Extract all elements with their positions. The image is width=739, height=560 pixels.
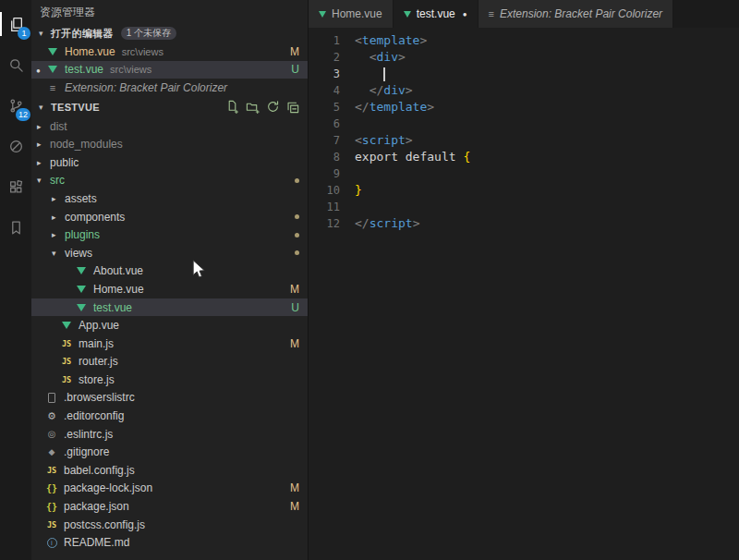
tree-item-components[interactable]: ▸components <box>31 208 308 226</box>
tree-item-node_modules[interactable]: ▸node_modules <box>31 135 308 153</box>
tree-item-.browserslistrc[interactable]: .browserslistrc <box>31 389 308 408</box>
tree-item-views[interactable]: ▾views <box>31 244 308 262</box>
code-line[interactable]: 2 <div> <box>309 49 739 66</box>
tree-item-assets[interactable]: ▸assets <box>31 189 308 208</box>
dirty-dot-icon[interactable]: ● <box>463 10 467 18</box>
tab-test.vue[interactable]: test.vue● <box>394 0 479 28</box>
code-line[interactable]: 10} <box>309 182 739 199</box>
js-file-icon: JS <box>44 464 59 477</box>
activity-item-bookmarks[interactable] <box>0 207 31 248</box>
line-number: 4 <box>309 82 340 99</box>
tree-item-label: src <box>50 174 65 187</box>
info-icon: i <box>44 536 59 549</box>
tree-item-public[interactable]: ▸public <box>31 153 308 172</box>
line-number: 3 <box>309 66 340 82</box>
git-status: M <box>290 337 299 350</box>
code-text: </template> <box>340 99 434 116</box>
activity-item-source-control[interactable]: 12 <box>0 85 31 126</box>
tree-item-.editorconfig[interactable]: ⚙.editorconfig <box>31 407 308 425</box>
tree-item-test.vue[interactable]: test.vueU <box>31 298 308 317</box>
activity-item-extensions[interactable] <box>0 166 31 207</box>
tree-item-package-lock.json[interactable]: {}package-lock.jsonM <box>31 480 308 498</box>
code-text: <div> <box>340 49 406 66</box>
code-text: export default { <box>340 149 470 165</box>
list-icon: ≡ <box>489 8 494 19</box>
vue-file-icon <box>77 304 86 311</box>
code-line[interactable]: 7<script> <box>309 132 739 149</box>
dirty-dot-icon[interactable]: ● <box>36 67 41 75</box>
tree-item-router.js[interactable]: JSrouter.js <box>31 353 308 371</box>
chevron-down-icon: ▾ <box>39 29 51 38</box>
tree-item-label: main.js <box>79 337 114 350</box>
tree-item-postcss.config.js[interactable]: JSpostcss.config.js <box>31 516 308 534</box>
tab-label: Extension: Bracket Pair Colorizer <box>500 7 662 20</box>
git-status: M <box>290 481 299 494</box>
tree-item-About.vue[interactable]: About.vue <box>31 262 308 281</box>
code-line[interactable]: 5</template> <box>309 99 739 116</box>
tree-item-label: plugins <box>65 228 100 241</box>
line-number: 5 <box>309 99 340 116</box>
vue-file-icon <box>48 48 57 55</box>
tree-item-Home.vue[interactable]: Home.vueM <box>31 280 308 298</box>
tree-item-label: Home.vue <box>93 283 144 296</box>
git-status: U <box>291 301 299 314</box>
activity-item-explorer[interactable]: 1 <box>0 4 31 44</box>
code-line[interactable]: 9 <box>309 165 739 182</box>
vue-file-icon <box>319 11 326 18</box>
tree-item-label: .browserslistrc <box>64 391 135 404</box>
code-text <box>340 66 385 82</box>
open-editor-name: Home.vue <box>65 45 115 58</box>
tree-item-label: App.vue <box>79 319 119 332</box>
collapse-all-icon[interactable] <box>286 100 300 114</box>
folder-section-header[interactable]: ▾ TESTVUE <box>31 97 308 117</box>
open-editor-item[interactable]: Home.vuesrc\viewsM <box>31 43 308 61</box>
js-file-icon: JS <box>59 337 74 350</box>
line-number: 7 <box>309 132 340 149</box>
code-line[interactable]: 12</script> <box>309 215 739 232</box>
tree-item-README.md[interactable]: iREADME.md <box>31 533 308 552</box>
count-badge: 1 <box>18 27 30 40</box>
git-changes-dot <box>295 250 299 255</box>
activity-item-search[interactable] <box>0 44 31 85</box>
tree-item-.gitignore[interactable]: ◆.gitignore <box>31 443 308 461</box>
code-line[interactable]: 6 <box>309 116 739 132</box>
new-folder-icon[interactable] <box>246 100 260 114</box>
code-line[interactable]: 3 <box>309 66 739 82</box>
chevron-right-icon: ▸ <box>52 230 65 239</box>
count-badge: 12 <box>16 108 30 121</box>
tree-item-src[interactable]: ▾src <box>31 172 308 190</box>
code-line[interactable]: 8export default { <box>309 149 739 165</box>
tree-item-App.vue[interactable]: App.vue <box>31 316 308 335</box>
line-number: 2 <box>309 49 340 66</box>
tab-Home.vue[interactable]: Home.vue <box>309 0 394 28</box>
tree-item-label: store.js <box>79 373 115 386</box>
file-path: src\views <box>122 46 164 57</box>
open-editor-item[interactable]: ●test.vuesrc\viewsU <box>31 61 308 79</box>
code-line[interactable]: 4 </div> <box>309 82 739 99</box>
activity-item-debug[interactable] <box>0 126 31 166</box>
code-text <box>340 199 355 215</box>
new-file-icon[interactable] <box>225 100 239 114</box>
open-editor-item[interactable]: ≡Extension: Bracket Pair Colorizer <box>31 79 308 97</box>
tree-item-store.js[interactable]: JSstore.js <box>31 371 308 389</box>
tree-item-label: router.js <box>79 355 118 368</box>
code-text: <script> <box>340 132 413 149</box>
refresh-icon[interactable] <box>266 100 280 114</box>
code-editor[interactable]: 1<template>2 <div>3 4 </div>5</template>… <box>309 28 739 560</box>
tree-item-babel.config.js[interactable]: JSbabel.config.js <box>31 461 308 480</box>
code-line[interactable]: 1<template> <box>309 32 739 49</box>
tree-item-dist[interactable]: ▸dist <box>31 117 308 136</box>
tree-item-main.js[interactable]: JSmain.jsM <box>31 335 308 353</box>
git-status: U <box>291 63 299 76</box>
code-line[interactable]: 11 <box>309 199 739 215</box>
open-editors-section-header[interactable]: ▾ 打开的编辑器 1 个未保存 <box>31 24 308 43</box>
code-text <box>340 165 355 182</box>
code-text: } <box>340 182 362 199</box>
tree-item-.eslintrc.js[interactable]: ◎.eslintrc.js <box>31 425 308 444</box>
tab-Extension: Bracket Pair Colorizer[interactable]: ≡Extension: Bracket Pair Colorizer <box>479 0 674 28</box>
tree-item-package.json[interactable]: {}package.jsonM <box>31 497 308 516</box>
tab-label: Home.vue <box>332 7 382 20</box>
tree-item-plugins[interactable]: ▸plugins <box>31 225 308 244</box>
tree-item-label: .editorconfig <box>64 409 124 422</box>
tree-item-label: babel.config.js <box>64 464 135 477</box>
